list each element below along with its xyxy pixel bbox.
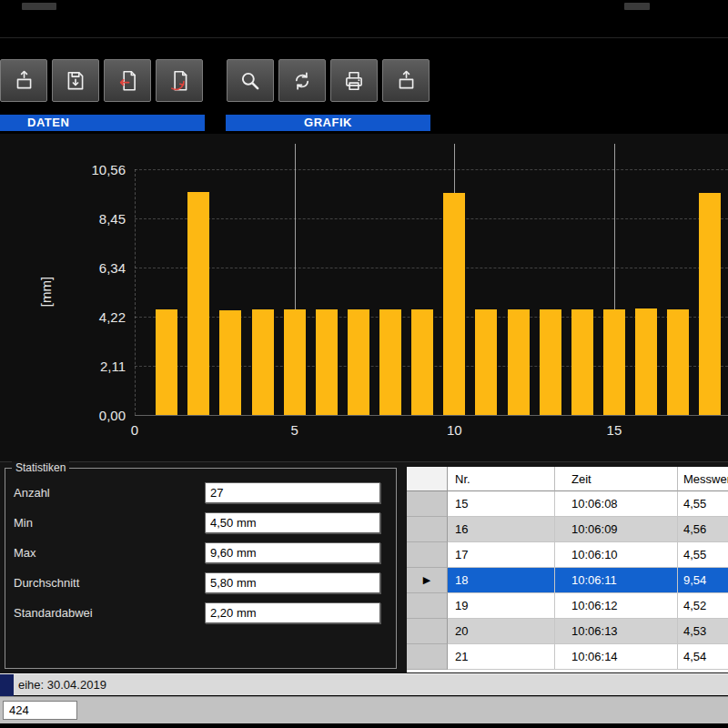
toolbar-button-refresh[interactable] [278,59,326,102]
chart-bar [187,192,209,415]
y-tick-label: 6,34 [53,260,126,274]
toolbar-button-zoom[interactable] [227,59,274,102]
row-selector-cell[interactable] [407,542,448,568]
chart-bar [316,309,338,415]
chart-bar [540,309,561,415]
group-label-grafik: GRAFIK [226,115,430,131]
chart-bar [156,309,177,415]
stat-input[interactable]: 5,80 mm [205,572,380,593]
row-selector-cell[interactable] [407,619,448,644]
y-tick-label: 2,11 [53,359,126,373]
table-cell[interactable]: 4,55 [678,491,728,517]
app-window: DATEN GRAFIK [mm] Statistiken Nr. Zeit M… [0,0,728,728]
table-cell[interactable]: 20 [448,619,555,644]
row-selector-cell[interactable]: ▶ [407,568,448,593]
table-cell[interactable]: 21 [448,644,555,670]
x-tick-label: 10 [447,422,462,438]
table-cell[interactable]: 10:06:14 [555,644,678,670]
toolbar-button-print[interactable] [330,59,378,102]
table-cell[interactable]: 10:06:08 [555,491,678,517]
table-cell[interactable]: 10:06:10 [555,542,678,568]
x-tick-label: 15 [607,422,622,438]
table-row[interactable]: 1710:06:104,55 [407,542,728,568]
table-row[interactable]: 2010:06:134,53 [407,619,728,644]
table-row[interactable]: 1510:06:084,55 [407,491,728,517]
y-tick-label: 10,56 [53,163,126,177]
table-row[interactable]: ▶1810:06:119,54 [407,568,728,593]
table-cell[interactable]: 9,54 [678,568,728,593]
stat-label: Max [14,546,36,561]
y-tick-label: 4,22 [53,310,126,324]
stat-label: Anzahl [14,486,50,500]
titlebar-artifact-right [624,3,650,10]
table-row[interactable]: 1610:06:094,56 [407,517,728,542]
chart-bar [603,309,625,415]
table-cell[interactable]: 10:06:09 [555,517,678,542]
y-axis-line [135,169,136,415]
chart-bar [252,309,274,415]
data-grid: Nr. Zeit Messwert 1510:06:084,551610:06:… [407,467,728,672]
grid-header-selector[interactable] [407,467,448,491]
chart-bar [475,309,497,415]
row-selector-cell[interactable] [407,517,448,542]
table-cell[interactable]: 4,56 [678,517,728,542]
chart-bar [219,310,241,415]
toolbar-button-window-export[interactable] [382,59,430,102]
grid-header-nr[interactable]: Nr. [448,467,555,491]
table-cell[interactable]: 15 [448,491,555,517]
table-cell[interactable]: 10:06:11 [555,568,678,593]
report-icon [167,69,191,93]
stat-input[interactable]: 27 [205,482,380,503]
table-cell[interactable]: 19 [448,593,555,619]
stat-input[interactable]: 2,20 mm [205,602,380,623]
status-text: eihe: 30.04.2019 [18,674,106,696]
chart-bar [571,309,593,415]
stat-label: Standardabwei [14,606,93,621]
row-selector-cell[interactable] [407,593,448,619]
table-row[interactable]: 2110:06:144,54 [407,644,728,670]
stat-input[interactable]: 9,60 mm [205,542,380,563]
chart-bar [699,193,721,415]
toolbar-button-report[interactable] [156,59,203,102]
zoom-icon [238,69,262,93]
x-tick-label: 5 [290,422,298,438]
row-selector-cell[interactable] [407,491,448,517]
grid-header-messwert[interactable]: Messwert [678,467,728,491]
table-cell[interactable]: 17 [448,542,555,568]
chart-bar [379,309,401,415]
import-icon [12,69,35,93]
status-icon [0,674,14,696]
footer-bar: 424 [0,696,728,723]
toolbar-button-save[interactable] [52,59,99,102]
table-cell[interactable]: 4,55 [678,542,728,568]
chart-bar [508,309,530,415]
toolbar-button-import[interactable] [0,59,47,102]
grid-header-zeit[interactable]: Zeit [555,467,678,491]
chart-bar [667,309,689,415]
y-axis-unit-label: [mm] [38,263,54,321]
h-gridline [135,268,728,268]
toolbar-divider [0,37,728,38]
table-cell[interactable]: 16 [448,517,555,542]
titlebar-artifact-left [22,3,56,10]
chart-bar [635,308,657,415]
x-axis-line [135,415,728,416]
chart-bar [348,309,369,415]
table-cell[interactable]: 4,54 [678,644,728,670]
table-cell[interactable]: 10:06:13 [555,619,678,644]
recycle-icon [290,69,314,93]
grid-header: Nr. Zeit Messwert [407,467,728,491]
chart-bar [411,309,433,415]
stat-input[interactable]: 4,50 mm [205,512,380,533]
table-cell[interactable]: 4,53 [678,619,728,644]
window-export-icon [394,69,418,93]
row-selector-cell[interactable] [407,644,448,670]
chart-bar [284,309,306,415]
group-label-daten: DATEN [0,115,205,131]
status-bar: eihe: 30.04.2019 [0,673,728,695]
toolbar-button-export[interactable] [104,59,151,102]
table-row[interactable]: 1910:06:124,52 [407,593,728,619]
table-cell[interactable]: 4,52 [678,593,728,619]
table-cell[interactable]: 18 [448,568,555,593]
table-cell[interactable]: 10:06:12 [555,593,678,619]
